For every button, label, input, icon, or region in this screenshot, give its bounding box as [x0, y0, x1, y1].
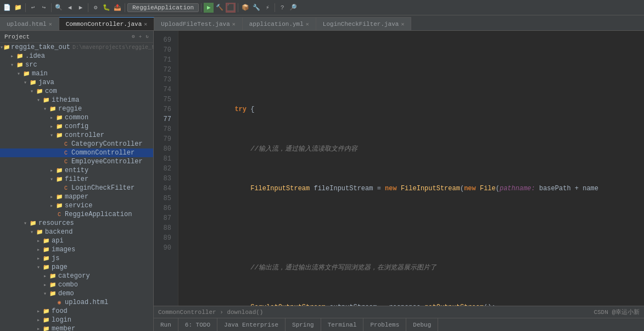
tab-logincheckfilter[interactable]: LoginCheckFilter.java ✕ — [316, 17, 412, 30]
git-icon[interactable]: 📤 — [113, 3, 122, 13]
line-num-78: 78 — [154, 124, 176, 134]
bottom-tab-run[interactable]: Run — [154, 318, 178, 331]
sidebar-item-mapper[interactable]: ▸ 📁 mapper — [0, 192, 153, 201]
debug-icon2[interactable]: 🐛 — [102, 3, 111, 13]
sidebar-item-demo[interactable]: ▾ 📁 demo — [0, 289, 153, 298]
sidebar-item-service[interactable]: ▸ 📁 service — [0, 201, 153, 210]
app-dropdown[interactable]: ReggieApplication — [127, 3, 199, 12]
sidebar-item-com[interactable]: ▾ 📁 com — [0, 87, 153, 96]
sidebar-item-config[interactable]: ▸ 📁 config — [0, 122, 153, 131]
tab-close-icon[interactable]: ✕ — [144, 21, 147, 27]
code-line-72: FileInputStream fileInputStream = new Fi… — [187, 184, 635, 194]
build-icon[interactable]: 🔨 — [215, 3, 225, 13]
bottom-tab-java-enterprise[interactable]: Java Enterprise — [217, 318, 285, 331]
run-button[interactable]: ▶ — [204, 3, 214, 13]
sidebar-item-category[interactable]: ▸ 📁 category — [0, 272, 153, 280]
deploy-icon[interactable]: 📦 — [240, 3, 250, 13]
line-num-79: 79 — [154, 134, 176, 144]
line-num-72: 72 — [154, 65, 176, 75]
tree-label: combo — [58, 281, 78, 289]
sidebar-item-controller[interactable]: ▾ 📁 controller — [0, 131, 153, 140]
tree-label: controller — [65, 131, 104, 139]
arrow-icon: ▸ — [55, 185, 61, 191]
sidebar-item-src[interactable]: ▾ 📁 src — [0, 60, 153, 69]
sidebar-item-member[interactable]: ▸ 📁 member — [0, 324, 153, 331]
redo-icon[interactable]: ↪ — [39, 3, 49, 13]
bottom-tab-debug[interactable]: Debug — [406, 318, 438, 331]
bottom-tab-terminal[interactable]: Terminal — [321, 318, 364, 331]
bottom-tab-problems[interactable]: Problems — [363, 318, 406, 331]
bottom-tab-todo[interactable]: 6: TODO — [178, 318, 217, 331]
sidebar-item-common[interactable]: ▸ 📁 common — [0, 113, 153, 122]
bookmark-icon[interactable]: ⚙ — [91, 3, 100, 13]
sidebar-item-page[interactable]: ▾ 📁 page — [0, 263, 153, 272]
sidebar-item-reggie-application[interactable]: ▸ C ReggieApplication — [0, 210, 153, 219]
sidebar-item-backend[interactable]: ▾ 📁 backend — [0, 228, 153, 236]
sidebar-item-login-check-filter[interactable]: ▸ C LoginCheckFilter — [0, 184, 153, 192]
sidebar-item-api[interactable]: ▸ 📁 api — [0, 236, 153, 245]
arrow-icon: ▾ — [22, 79, 29, 86]
deploy2-icon[interactable]: 🔧 — [251, 3, 261, 13]
folder-icon: 📁 — [42, 316, 51, 324]
arrow-icon: ▸ — [55, 150, 61, 156]
sidebar-item-java[interactable]: ▾ 📁 java — [0, 78, 153, 87]
sidebar-item-upload-html[interactable]: ▸ ◉ upload.html — [0, 298, 153, 307]
nav-forward-icon[interactable]: ▶ — [76, 3, 86, 13]
help-icon[interactable]: ? — [277, 3, 287, 13]
code-area[interactable]: 69 70 71 72 73 74 75 76 77 78 79 80 81 8… — [154, 31, 644, 306]
tab-close-icon[interactable]: ✕ — [306, 21, 309, 27]
sidebar-item-resources[interactable]: ▾ 📁 resources — [0, 219, 153, 228]
tree-label: com — [45, 87, 57, 95]
nav-back-icon[interactable]: ◀ — [65, 3, 75, 13]
sidebar-item-reggie-take-out[interactable]: ▾ 📁 reggie_take_out D:\mavenprojects\reg… — [0, 43, 153, 52]
toolbar-sep-3 — [88, 3, 88, 12]
sidebar-item-main[interactable]: ▾ 📁 main — [0, 69, 153, 78]
new-file-icon[interactable]: 📄 — [2, 3, 12, 13]
arrow-icon: ▾ — [35, 97, 42, 103]
bottom-tab-spring[interactable]: Spring — [285, 318, 321, 331]
new-folder-icon[interactable]: 📁 — [13, 3, 23, 13]
arrow-icon: ▸ — [48, 123, 55, 130]
undo-icon[interactable]: ↩ — [28, 3, 38, 13]
arrow-icon: ▾ — [35, 264, 42, 271]
tab-application-yml[interactable]: application.yml ✕ — [243, 17, 316, 30]
folder-icon: 📁 — [15, 52, 24, 60]
tab-close-icon[interactable]: ✕ — [401, 21, 404, 27]
bottom-tabs: Run 6: TODO Java Enterprise Spring Termi… — [154, 318, 644, 331]
folder-icon: 📁 — [29, 219, 37, 227]
sidebar-item-images[interactable]: ▸ 📁 images — [0, 245, 153, 254]
folder-icon: 📁 — [55, 131, 64, 139]
folder-icon: 📁 — [42, 246, 51, 253]
tab-close-icon[interactable]: ✕ — [232, 21, 236, 27]
tree-label: resources — [38, 219, 74, 227]
sidebar-item-itheima[interactable]: ▾ 📁 itheima — [0, 96, 153, 104]
sidebar-item-combo[interactable]: ▸ 📁 combo — [0, 280, 153, 289]
code-content[interactable]: try { //输入流，通过输入流读取文件内容 FileInputStream … — [178, 31, 644, 306]
tab-uploadfiletest[interactable]: UploadFileTest.java ✕ — [154, 17, 242, 30]
tree-root: ▾ 📁 reggie_take_out D:\mavenprojects\reg… — [0, 43, 153, 331]
sidebar-item-employee-controller[interactable]: ▸ C EmployeeController — [0, 157, 153, 166]
tab-close-icon[interactable]: ✕ — [49, 21, 52, 27]
line-num-80: 80 — [154, 144, 176, 154]
search-icon[interactable]: 🔍 — [54, 3, 64, 13]
toolbar-sep-7 — [275, 3, 275, 12]
stop-button[interactable]: ⬛ — [226, 3, 236, 13]
sidebar-item-login[interactable]: ▸ 📁 login — [0, 316, 153, 324]
tab-upload-html[interactable]: upload.html ✕ — [0, 17, 59, 30]
sidebar-item-js[interactable]: ▸ 📁 js — [0, 254, 153, 263]
sidebar-item-entity[interactable]: ▸ 📁 entity — [0, 166, 153, 175]
sidebar-item-idea[interactable]: ▸ 📁 .idea — [0, 52, 153, 60]
sidebar-options[interactable]: ⚙ ＋ ↻ — [132, 33, 149, 40]
sidebar-item-common-controller[interactable]: ▸ C CommonController — [0, 148, 153, 157]
tree-label: backend — [45, 228, 72, 236]
java-icon: C — [61, 140, 70, 148]
tree-label: entity — [65, 167, 88, 174]
sidebar-item-category-controller[interactable]: ▸ C CategoryController — [0, 140, 153, 148]
config-icon[interactable]: ⚡ — [262, 3, 272, 13]
sidebar-item-reggie[interactable]: ▾ 📁 reggie — [0, 104, 153, 113]
sidebar-item-food[interactable]: ▸ 📁 food — [0, 307, 153, 316]
sidebar-item-filter[interactable]: ▾ 📁 filter — [0, 175, 153, 184]
tab-common-controller[interactable]: CommonController.java ✕ — [59, 17, 155, 30]
search2-icon[interactable]: 🔎 — [288, 3, 298, 13]
folder-icon: 📁 — [55, 123, 64, 130]
